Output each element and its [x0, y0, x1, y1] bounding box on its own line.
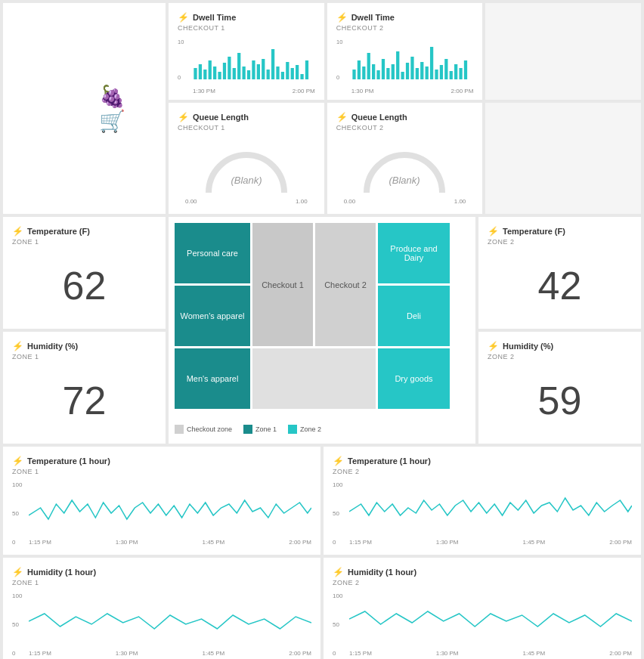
svg-text:0: 0 [178, 74, 181, 81]
humidity-1hr-zone1-chart-wrap: 100 50 0 1:15 PM 1:30 PM 1:45 PM 2:00 PM [12, 592, 311, 657]
temp-1hr-zone2-card: ⚡ Temperature (1 hour) ZONE 2 100 50 0 1… [324, 447, 641, 555]
svg-rect-32 [372, 64, 375, 79]
lightning-icon-ql1: ⚡ [178, 112, 189, 122]
svg-rect-33 [376, 70, 379, 79]
left-zone-cards: ⚡ Temperature (F) ZONE 1 62 ⚡ Humidity (… [3, 217, 166, 444]
svg-rect-35 [386, 68, 389, 79]
legend-zone2-color [288, 425, 297, 434]
queue-length-1-subtitle: CHECKOUT 1 [178, 124, 315, 131]
svg-rect-18 [271, 49, 274, 79]
svg-rect-40 [410, 57, 413, 79]
svg-rect-38 [401, 72, 404, 79]
svg-rect-15 [257, 64, 260, 79]
empty-top-right [485, 3, 641, 100]
tm-checkout1: Checkout 1 [252, 223, 313, 346]
humidity-zone1-subtitle: ZONE 1 [12, 353, 156, 360]
temp-1hr-zone2-title: ⚡ Temperature (1 hour) [333, 456, 632, 466]
temp-1hr-zone1-x-labels: 1:15 PM 1:30 PM 1:45 PM 2:00 PM [29, 539, 311, 546]
svg-rect-39 [406, 63, 409, 79]
tm-empty [252, 348, 376, 409]
dwell-time-1-x-labels: 1:30 PM 2:00 PM [178, 88, 315, 94]
svg-rect-11 [237, 53, 240, 79]
svg-rect-36 [391, 64, 394, 79]
temp-1hr-zone1-chart-wrap: 100 50 0 1:15 PM 1:30 PM 1:45 PM 2:00 PM [12, 481, 311, 546]
logo: contoso 🍇 🛒 [12, 84, 156, 134]
svg-rect-23 [296, 65, 299, 79]
humidity-1hr-zone1-card: ⚡ Humidity (1 hour) ZONE 1 100 50 0 1:15… [3, 558, 320, 659]
right-zone-cards: ⚡ Temperature (F) ZONE 2 42 ⚡ Humidity (… [478, 217, 641, 444]
tm-deli: Deli [378, 286, 450, 346]
humidity-1hr-zone2-title: ⚡ Humidity (1 hour) [333, 567, 632, 577]
queue-length-1-card: ⚡ Queue Length CHECKOUT 1 (Blank) 0.00 1… [169, 103, 324, 214]
humidity-zone1-card: ⚡ Humidity (%) ZONE 1 72 [3, 332, 166, 444]
svg-rect-9 [228, 57, 231, 79]
legend-zone1: Zone 1 [243, 425, 277, 434]
dwell-time-1-title: ⚡ Dwell Time [178, 12, 315, 23]
temp-1hr-zone1-chart: 1:15 PM 1:30 PM 1:45 PM 2:00 PM [29, 481, 311, 546]
treemap-center: Personal care Checkout 1 Checkout 2 Prod… [169, 217, 475, 444]
legend-checkout-color [175, 425, 184, 434]
temp-1hr-zone2-subtitle: ZONE 2 [333, 468, 632, 475]
humidity-1hr-zone2-x-labels: 1:15 PM 1:30 PM 1:45 PM 2:00 PM [349, 650, 632, 657]
dwell-time-2-x-labels: 1:30 PM 2:00 PM [336, 88, 474, 94]
svg-rect-42 [420, 62, 423, 79]
humidity-zone2-subtitle: ZONE 2 [488, 353, 632, 360]
svg-rect-30 [362, 67, 365, 79]
lightning-icon-dt1: ⚡ [178, 12, 189, 23]
svg-rect-16 [262, 59, 265, 79]
tm-personal-care: Personal care [175, 223, 250, 283]
svg-rect-24 [300, 74, 303, 79]
legend-checkout-zone: Checkout zone [175, 425, 232, 434]
tm-mens-apparel: Men's apparel [175, 348, 250, 409]
lightning-icon-tz1: ⚡ [12, 226, 23, 237]
svg-rect-5 [209, 60, 212, 79]
lightning-icon-hz2: ⚡ [488, 341, 499, 351]
svg-rect-3 [199, 64, 202, 79]
svg-rect-46 [439, 65, 442, 79]
legend-zone1-color [243, 425, 252, 434]
temp-1hr-zone2-x-labels: 1:15 PM 1:30 PM 1:45 PM 2:00 PM [349, 539, 632, 546]
humidity-zone2-value: 59 [488, 367, 632, 435]
humidity-1hr-zone2-chart-wrap: 100 50 0 1:15 PM 1:30 PM 1:45 PM 2:00 PM [333, 592, 632, 657]
dwell-time-2-card: ⚡ Dwell Time CHECKOUT 2 10 0 [327, 3, 483, 100]
dwell-time-2-chart: 10 0 [336, 38, 474, 91]
queue-length-1-title: ⚡ Queue Length [178, 112, 315, 122]
lightning-icon-hz1: ⚡ [12, 341, 23, 351]
svg-rect-31 [367, 53, 370, 79]
tm-produce-dairy: Produce and Dairy [378, 223, 450, 283]
temp-1hr-zone2-y-axis: 100 50 0 [333, 481, 349, 546]
svg-rect-20 [281, 72, 284, 79]
temp-zone1-value: 62 [12, 252, 156, 320]
tm-checkout2: Checkout 2 [315, 223, 376, 346]
temp-1hr-zone2-chart: 1:15 PM 1:30 PM 1:45 PM 2:00 PM [349, 481, 632, 546]
svg-rect-43 [425, 67, 428, 79]
queue-length-2-gauge: (Blank) [336, 138, 474, 198]
svg-rect-47 [444, 59, 447, 79]
temp-zone1-title: ⚡ Temperature (F) [12, 226, 156, 237]
humidity-1hr-zone1-subtitle: ZONE 1 [12, 579, 311, 586]
dwell-time-2-subtitle: CHECKOUT 2 [336, 24, 474, 32]
logo-cell: contoso 🍇 🛒 [3, 3, 166, 214]
treemap-grid: Personal care Checkout 1 Checkout 2 Prod… [175, 223, 469, 419]
humidity-zone2-card: ⚡ Humidity (%) ZONE 2 59 [478, 332, 641, 444]
svg-rect-49 [454, 64, 457, 79]
svg-rect-6 [213, 67, 216, 79]
tm-dry-goods: Dry goods [378, 348, 450, 409]
humidity-1hr-zone2-chart: 1:15 PM 1:30 PM 1:45 PM 2:00 PM [349, 592, 632, 657]
lightning-icon-t1z2: ⚡ [333, 456, 344, 466]
logo-text-label: contoso [12, 97, 91, 121]
svg-rect-4 [203, 70, 206, 79]
temp-1hr-zone1-subtitle: ZONE 1 [12, 468, 311, 475]
queue-length-2-card: ⚡ Queue Length CHECKOUT 2 (Blank) 0.00 1… [327, 103, 483, 214]
svg-rect-10 [233, 68, 236, 79]
humidity-zone1-value: 72 [12, 367, 156, 435]
mid-row: ⚡ Queue Length CHECKOUT 1 (Blank) 0.00 1… [169, 103, 641, 214]
svg-text:(Blank): (Blank) [389, 175, 420, 186]
svg-rect-12 [242, 67, 245, 79]
svg-rect-44 [430, 47, 433, 79]
svg-rect-2 [194, 68, 197, 79]
top-row: ⚡ Dwell Time CHECKOUT 1 10 0 [169, 3, 641, 100]
lightning-icon-h1z2: ⚡ [333, 567, 344, 577]
dwell-time-1-chart: 10 0 [178, 38, 315, 91]
svg-text:10: 10 [336, 39, 342, 45]
